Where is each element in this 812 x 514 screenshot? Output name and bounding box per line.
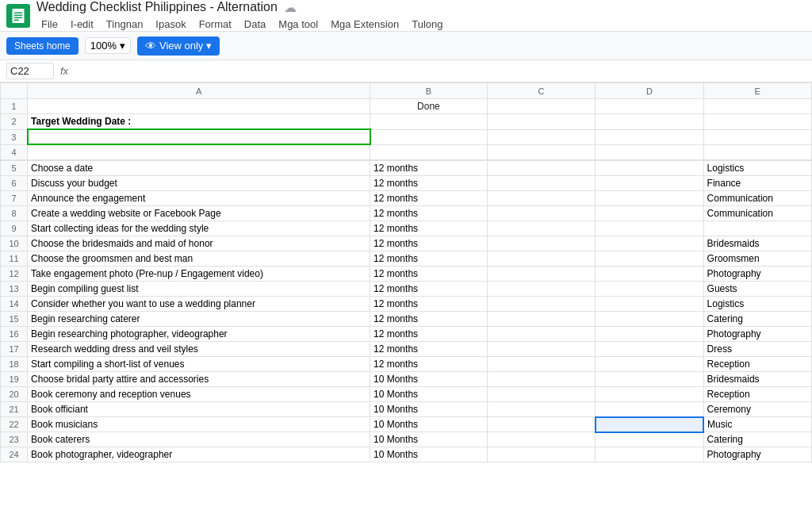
cell-c8[interactable] bbox=[487, 206, 595, 221]
cell-b3[interactable]: No need bbox=[370, 129, 488, 144]
cell-b16[interactable]: 12 months bbox=[370, 327, 488, 342]
cell-b9[interactable]: 12 months bbox=[370, 221, 488, 236]
cell-b6[interactable]: 12 months bbox=[370, 176, 488, 191]
cell-e5[interactable]: Logistics bbox=[703, 161, 811, 176]
cell-c18[interactable] bbox=[487, 357, 595, 372]
cell-c21[interactable] bbox=[487, 402, 595, 417]
cell-c6[interactable] bbox=[487, 176, 595, 191]
cell-e2[interactable] bbox=[703, 114, 811, 130]
cell-c15[interactable] bbox=[487, 312, 595, 327]
cell-e4[interactable]: Category bbox=[703, 144, 811, 160]
cell-d10[interactable] bbox=[596, 236, 703, 251]
cell-c19[interactable] bbox=[487, 372, 595, 387]
formula-input[interactable] bbox=[75, 65, 806, 77]
col-header-b[interactable]: B bbox=[370, 83, 488, 99]
cell-a24[interactable]: Book photographer, videographer bbox=[28, 447, 370, 462]
cell-c17[interactable] bbox=[487, 342, 595, 357]
cell-c9[interactable] bbox=[487, 221, 595, 236]
cell-a9[interactable]: Start collecting ideas for the wedding s… bbox=[28, 221, 370, 236]
zoom-control[interactable]: 100% ▾ bbox=[85, 37, 131, 54]
col-header-d[interactable]: D bbox=[596, 83, 703, 99]
cell-c23[interactable] bbox=[487, 432, 595, 447]
cell-b5[interactable]: 12 months bbox=[370, 161, 488, 176]
cell-a21[interactable]: Book officiant bbox=[28, 402, 370, 417]
cell-d21[interactable] bbox=[596, 402, 703, 417]
cell-a7[interactable]: Announce the engagement bbox=[28, 191, 370, 206]
cell-a13[interactable]: Begin compiling guest list bbox=[28, 282, 370, 297]
cell-d2[interactable] bbox=[596, 114, 703, 130]
cell-b2[interactable]: In Progress bbox=[370, 114, 488, 130]
cell-e22[interactable]: Music bbox=[703, 417, 811, 432]
cell-d4[interactable]: Responsible bbox=[596, 144, 703, 160]
cell-d13[interactable] bbox=[596, 282, 703, 297]
cell-d16[interactable] bbox=[596, 327, 703, 342]
cell-c22[interactable] bbox=[487, 417, 595, 432]
cell-a3[interactable] bbox=[28, 129, 370, 144]
cell-e18[interactable]: Reception bbox=[703, 357, 811, 372]
cell-e12[interactable]: Photography bbox=[703, 267, 811, 282]
menu-iedit[interactable]: I-edit bbox=[66, 17, 98, 32]
cell-a4[interactable]: Task bbox=[28, 144, 370, 160]
cell-b22[interactable]: 10 Months bbox=[370, 417, 488, 432]
cell-e14[interactable]: Logistics bbox=[703, 297, 811, 312]
col-header-a[interactable]: A bbox=[28, 83, 370, 99]
cell-a11[interactable]: Choose the groomsmen and best man bbox=[28, 251, 370, 267]
cell-c2[interactable] bbox=[487, 114, 595, 130]
cell-e3[interactable] bbox=[703, 129, 811, 144]
cell-e9[interactable] bbox=[703, 221, 811, 236]
cell-b24[interactable]: 10 Months bbox=[370, 447, 488, 462]
cell-e17[interactable]: Dress bbox=[703, 342, 811, 357]
cell-d8[interactable] bbox=[596, 206, 703, 221]
cell-a5[interactable]: Choose a date bbox=[28, 161, 370, 176]
menu-data[interactable]: Data bbox=[239, 17, 270, 32]
col-header-e[interactable]: E bbox=[703, 83, 811, 99]
cell-d14[interactable] bbox=[596, 297, 703, 312]
menu-mgatool[interactable]: Mga tool bbox=[274, 17, 323, 32]
menu-mgaextension[interactable]: Mga Extension bbox=[326, 17, 404, 32]
cell-c10[interactable] bbox=[487, 236, 595, 251]
cell-b20[interactable]: 10 Months bbox=[370, 387, 488, 402]
cell-d22[interactable] bbox=[596, 417, 703, 432]
cell-a12[interactable]: Take engagement photo (Pre-nup / Engagem… bbox=[28, 267, 370, 282]
cell-b15[interactable]: 12 months bbox=[370, 312, 488, 327]
cell-a16[interactable]: Begin researching photographer, videogra… bbox=[28, 327, 370, 342]
cell-d17[interactable] bbox=[596, 342, 703, 357]
cell-a19[interactable]: Choose bridal party attire and accessori… bbox=[28, 372, 370, 387]
sheets-home-button[interactable]: Sheets home bbox=[6, 37, 79, 55]
cell-d18[interactable] bbox=[596, 357, 703, 372]
cell-c14[interactable] bbox=[487, 297, 595, 312]
cell-c3[interactable] bbox=[487, 129, 595, 144]
cell-b7[interactable]: 12 months bbox=[370, 191, 488, 206]
cell-d15[interactable] bbox=[596, 312, 703, 327]
cell-c5[interactable] bbox=[487, 161, 595, 176]
cell-e23[interactable]: Catering bbox=[703, 432, 811, 447]
cell-b8[interactable]: 12 months bbox=[370, 206, 488, 221]
view-only-button[interactable]: 👁 View only ▾ bbox=[137, 36, 220, 56]
cell-d6[interactable] bbox=[596, 176, 703, 191]
col-header-c[interactable]: C bbox=[487, 83, 595, 99]
cell-c1[interactable] bbox=[487, 99, 595, 114]
cell-reference[interactable]: C22 bbox=[6, 63, 54, 79]
cell-c7[interactable] bbox=[487, 191, 595, 206]
cell-d11[interactable] bbox=[596, 251, 703, 267]
cell-c4[interactable]: Duration bbox=[487, 144, 595, 160]
cell-a15[interactable]: Begin researching caterer bbox=[28, 312, 370, 327]
cell-a14[interactable]: Consider whether you want to use a weddi… bbox=[28, 297, 370, 312]
cell-a20[interactable]: Book ceremony and reception venues bbox=[28, 387, 370, 402]
cell-b10[interactable]: 12 months bbox=[370, 236, 488, 251]
cell-d3[interactable] bbox=[596, 129, 703, 144]
cell-e15[interactable]: Catering bbox=[703, 312, 811, 327]
cell-b12[interactable]: 12 months bbox=[370, 267, 488, 282]
cell-e6[interactable]: Finance bbox=[703, 176, 811, 191]
cell-d7[interactable] bbox=[596, 191, 703, 206]
cell-c20[interactable] bbox=[487, 387, 595, 402]
cell-b21[interactable]: 10 Months bbox=[370, 402, 488, 417]
cell-b18[interactable]: 12 months bbox=[370, 357, 488, 372]
cell-a6[interactable]: Discuss your budget bbox=[28, 176, 370, 191]
cell-a22[interactable]: Book musicians bbox=[28, 417, 370, 432]
cell-d9[interactable] bbox=[596, 221, 703, 236]
cell-a17[interactable]: Research wedding dress and veil styles bbox=[28, 342, 370, 357]
cell-b14[interactable]: 12 months bbox=[370, 297, 488, 312]
cell-a1[interactable] bbox=[28, 99, 370, 114]
cell-e21[interactable]: Ceremony bbox=[703, 402, 811, 417]
